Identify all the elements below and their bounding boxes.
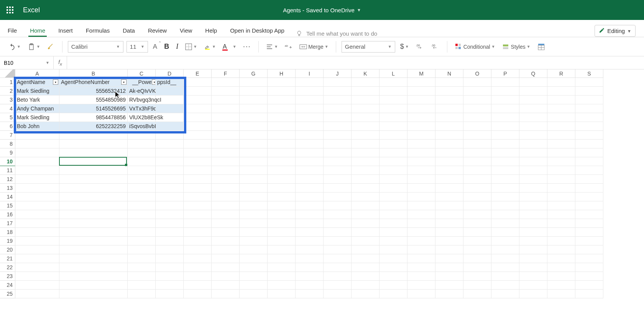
cell[interactable]	[380, 201, 407, 210]
cell[interactable]	[463, 131, 491, 140]
cell[interactable]	[240, 95, 268, 104]
cell[interactable]	[15, 245, 59, 254]
cell[interactable]	[547, 166, 575, 175]
cell[interactable]	[491, 175, 519, 184]
cell[interactable]	[491, 281, 519, 290]
cell[interactable]	[212, 210, 240, 219]
cell[interactable]	[240, 157, 268, 166]
cell[interactable]	[352, 193, 380, 201]
cell[interactable]	[435, 95, 463, 104]
fx-icon[interactable]: fx	[54, 56, 67, 69]
cell[interactable]	[407, 140, 435, 148]
row-header-12[interactable]: 12	[0, 175, 15, 184]
cell[interactable]	[156, 272, 184, 281]
cell[interactable]	[463, 78, 491, 87]
cell[interactable]	[435, 140, 463, 148]
cell[interactable]	[547, 210, 575, 219]
cell[interactable]	[547, 254, 575, 263]
cell[interactable]	[59, 254, 128, 263]
cell[interactable]	[491, 78, 519, 87]
cell[interactable]	[156, 254, 184, 263]
cell[interactable]	[435, 193, 463, 201]
cell[interactable]	[463, 184, 491, 193]
cell[interactable]	[296, 184, 324, 193]
cell[interactable]	[212, 290, 240, 298]
cell[interactable]	[156, 157, 184, 166]
cell[interactable]: Mark Siedling	[15, 113, 59, 122]
cell[interactable]	[296, 148, 324, 157]
cell[interactable]	[212, 237, 240, 245]
cell[interactable]	[296, 237, 324, 245]
tab-review[interactable]: Review	[146, 23, 168, 37]
row-header-9[interactable]: 9	[0, 148, 15, 157]
merge-button[interactable]: Merge ▼	[297, 42, 330, 51]
row-header-24[interactable]: 24	[0, 281, 15, 290]
cell[interactable]	[352, 87, 380, 95]
cell[interactable]	[324, 95, 352, 104]
cell[interactable]	[519, 184, 547, 193]
app-launcher-icon[interactable]	[5, 5, 15, 15]
cell[interactable]	[240, 140, 268, 148]
cell[interactable]	[240, 184, 268, 193]
cell[interactable]	[463, 210, 491, 219]
cell[interactable]	[519, 78, 547, 87]
cell[interactable]	[491, 131, 519, 140]
cell[interactable]	[240, 228, 268, 237]
cell[interactable]	[59, 281, 128, 290]
cell[interactable]	[435, 184, 463, 193]
tab-help[interactable]: Help	[204, 23, 219, 37]
row-header-16[interactable]: 16	[0, 210, 15, 219]
cell[interactable]	[156, 263, 184, 272]
cell[interactable]	[547, 87, 575, 95]
cell[interactable]	[184, 219, 212, 228]
column-header-I[interactable]: I	[296, 69, 324, 78]
cell[interactable]	[184, 148, 212, 157]
cell[interactable]	[435, 166, 463, 175]
cell[interactable]	[324, 237, 352, 245]
row-header-13[interactable]: 13	[0, 184, 15, 193]
cell[interactable]: AgentName▼	[15, 78, 59, 87]
cell[interactable]	[547, 219, 575, 228]
cell[interactable]	[519, 113, 547, 122]
cell[interactable]	[212, 87, 240, 95]
cell[interactable]	[435, 237, 463, 245]
cell[interactable]	[268, 140, 296, 148]
cell[interactable]	[324, 78, 352, 87]
cell[interactable]	[128, 237, 156, 245]
bold-button[interactable]: B	[162, 41, 171, 52]
cell[interactable]	[296, 263, 324, 272]
cell[interactable]	[240, 87, 268, 95]
cell[interactable]	[212, 78, 240, 87]
cell[interactable]	[352, 184, 380, 193]
cell[interactable]	[15, 237, 59, 245]
cell[interactable]	[407, 272, 435, 281]
cell[interactable]	[268, 104, 296, 113]
cell[interactable]	[156, 201, 184, 210]
cell[interactable]	[296, 113, 324, 122]
cell[interactable]	[128, 140, 156, 148]
column-header-D[interactable]: D	[156, 69, 184, 78]
cell[interactable]	[380, 104, 407, 113]
cell[interactable]	[491, 272, 519, 281]
cell[interactable]	[268, 122, 296, 131]
cell[interactable]	[380, 184, 407, 193]
cell[interactable]	[352, 104, 380, 113]
cell[interactable]	[380, 78, 407, 87]
cell[interactable]	[491, 228, 519, 237]
cell[interactable]	[296, 228, 324, 237]
cell[interactable]	[59, 131, 128, 140]
cell[interactable]	[184, 87, 212, 95]
cell[interactable]: VxTx3hF9q1s	[128, 104, 156, 113]
cell[interactable]: 9854478856	[59, 113, 128, 122]
formula-bar-input[interactable]	[67, 56, 644, 69]
cell[interactable]	[184, 245, 212, 254]
cell[interactable]	[380, 122, 407, 131]
cell[interactable]	[156, 95, 184, 104]
cell[interactable]	[324, 113, 352, 122]
cell[interactable]	[435, 104, 463, 113]
cell[interactable]	[15, 210, 59, 219]
filter-icon[interactable]: ▼	[152, 79, 156, 85]
cell[interactable]	[575, 237, 603, 245]
cell[interactable]	[212, 140, 240, 148]
cell[interactable]	[324, 148, 352, 157]
